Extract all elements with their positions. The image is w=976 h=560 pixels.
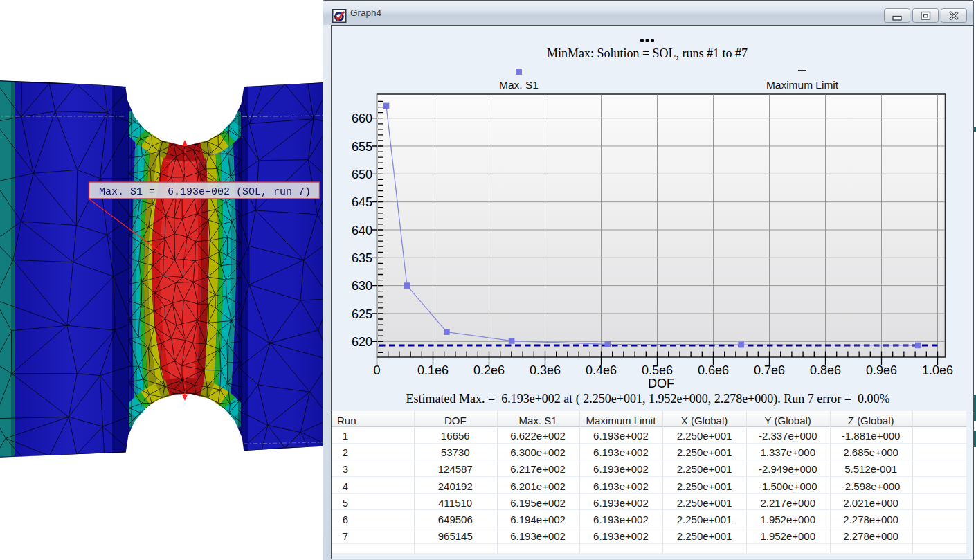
svg-text:625: 625: [352, 307, 372, 321]
svg-text:0.3e6: 0.3e6: [530, 363, 561, 377]
svg-text:640: 640: [352, 224, 372, 237]
svg-text:Maximum Limit: Maximum Limit: [766, 79, 839, 91]
svg-text:0.2e6: 0.2e6: [473, 363, 505, 377]
svg-text:635: 635: [352, 251, 372, 265]
svg-text:0.5e6: 0.5e6: [642, 363, 673, 377]
svg-text:0.4e6: 0.4e6: [586, 363, 617, 377]
svg-text:MinMax: Solution = SOL, runs #: MinMax: Solution = SOL, runs #1 to #7: [547, 46, 748, 60]
svg-text:0.1e6: 0.1e6: [417, 363, 449, 377]
svg-text:620: 620: [352, 335, 372, 349]
svg-text:DOF: DOF: [648, 377, 674, 390]
svg-text:Max. S1: Max. S1: [499, 79, 539, 91]
svg-text:0: 0: [373, 363, 380, 377]
svg-text:1.0e6: 1.0e6: [922, 363, 953, 377]
svg-text:0.9e6: 0.9e6: [866, 363, 897, 377]
svg-text:0.7e6: 0.7e6: [754, 363, 785, 377]
svg-text:645: 645: [352, 195, 372, 209]
svg-text:Estimated Max. = 6.193e+002 a: Estimated Max. = 6.193e+002 at ( 2.250e+…: [406, 392, 890, 406]
svg-text:650: 650: [352, 168, 372, 181]
svg-text:Max. S1 = 6.193e+002 (SOL, ru: Max. S1 = 6.193e+002 (SOL, run 7): [99, 186, 311, 198]
svg-text:655: 655: [352, 140, 372, 154]
svg-text:630: 630: [352, 279, 372, 293]
svg-text:660: 660: [352, 111, 372, 125]
svg-text:0.6e6: 0.6e6: [698, 363, 729, 377]
svg-text:0.8e6: 0.8e6: [810, 363, 841, 377]
